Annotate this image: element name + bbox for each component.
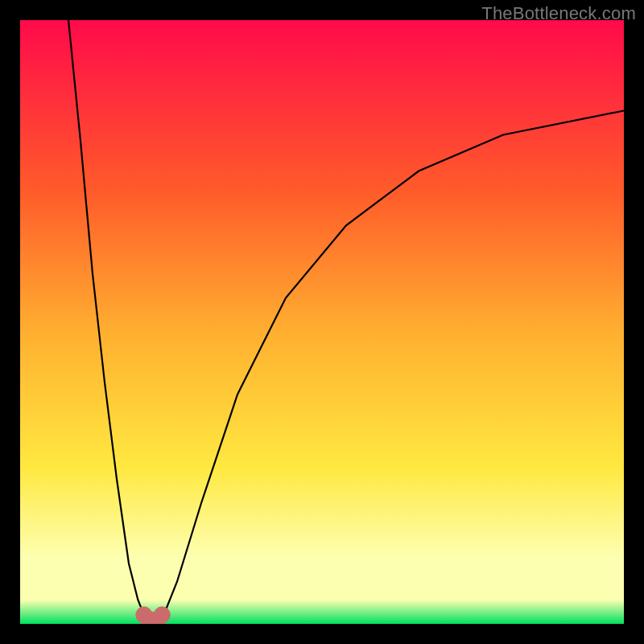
watermark-text: TheBottleneck.com	[481, 3, 636, 24]
outer-frame: TheBottleneck.com	[0, 0, 644, 644]
valley-marker	[154, 606, 171, 623]
gradient-background	[20, 20, 624, 624]
chart-svg	[20, 20, 624, 624]
chart-plot-area	[20, 20, 624, 624]
